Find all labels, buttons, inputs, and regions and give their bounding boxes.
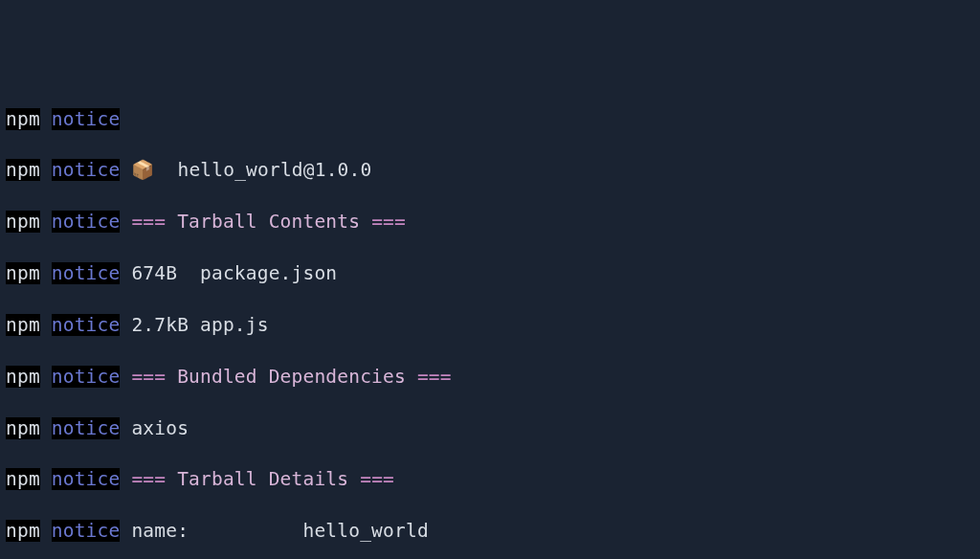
notice-prefix: notice: [52, 211, 121, 233]
section-title: Tarball Contents: [177, 211, 360, 233]
package-icon: 📦: [131, 159, 154, 181]
bundled-dep: axios: [131, 417, 189, 439]
section-delim: ===: [406, 366, 452, 388]
section-delim: ===: [131, 366, 177, 388]
terminal-line: npm notice 674B package.json: [6, 261, 974, 287]
section-delim: ===: [348, 468, 394, 490]
npm-prefix: npm: [6, 262, 40, 284]
notice-prefix: notice: [52, 520, 121, 542]
npm-prefix: npm: [6, 314, 40, 336]
npm-prefix: npm: [6, 520, 40, 542]
notice-prefix: notice: [52, 417, 121, 439]
npm-prefix: npm: [6, 211, 40, 233]
npm-prefix: npm: [6, 108, 40, 130]
notice-prefix: notice: [52, 108, 121, 130]
section-delim: ===: [360, 211, 406, 233]
terminal-line: npm notice === Bundled Dependencies ===: [6, 365, 974, 391]
terminal-line: npm notice name: hello_world: [6, 519, 974, 545]
section-title: Bundled Dependencies: [177, 366, 406, 388]
terminal-line: npm notice === Tarball Contents ===: [6, 210, 974, 235]
section-delim: ===: [131, 468, 177, 490]
notice-prefix: notice: [52, 159, 121, 181]
terminal-line: npm notice 2.7kB app.js: [6, 313, 974, 339]
file-name: package.json: [200, 262, 337, 284]
file-name: app.js: [200, 314, 269, 336]
package-header: hello_world@1.0.0: [155, 159, 372, 181]
file-size: 674B: [131, 262, 177, 284]
npm-prefix: npm: [6, 468, 40, 490]
notice-prefix: notice: [52, 468, 121, 490]
npm-prefix: npm: [6, 366, 40, 388]
notice-prefix: notice: [52, 262, 121, 284]
npm-prefix: npm: [6, 159, 40, 181]
file-size: 2.7kB: [131, 314, 189, 336]
terminal-line: npm notice axios: [6, 416, 974, 442]
section-delim: ===: [131, 211, 177, 233]
terminal-line: npm notice: [6, 107, 974, 133]
terminal-line: npm notice 📦 hello_world@1.0.0: [6, 158, 974, 184]
detail-label: name:: [131, 520, 302, 542]
notice-prefix: notice: [52, 366, 121, 388]
section-title: Tarball Details: [177, 468, 348, 490]
terminal-line: npm notice === Tarball Details ===: [6, 467, 974, 493]
notice-prefix: notice: [52, 314, 121, 336]
npm-prefix: npm: [6, 417, 40, 439]
detail-value: hello_world: [302, 520, 428, 542]
